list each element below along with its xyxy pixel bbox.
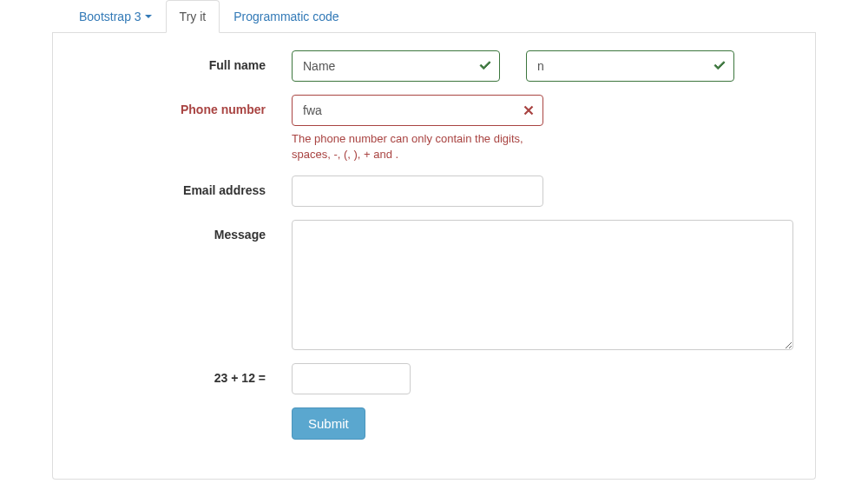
phone-label: Phone number [70,95,279,162]
row-fullname: Full name [70,50,798,82]
fullname-label: Full name [70,50,279,82]
tab-tryit[interactable]: Try it [166,0,220,33]
row-captcha: 23 + 12 = [70,363,798,394]
message-label: Message [70,220,279,350]
fullname-first-input[interactable] [292,50,500,82]
tab-bootstrap-label: Bootstrap 3 [79,10,141,23]
row-phone: Phone number The phone number can only c… [70,95,798,162]
row-message: Message [70,220,798,350]
tab-programmatic-label: Programmatic code [233,10,339,23]
message-textarea[interactable] [292,220,793,350]
fullname-last-input[interactable] [526,50,734,82]
fullname-first-wrap [292,50,500,82]
caret-down-icon [145,15,152,18]
fullname-last-wrap [526,50,734,82]
phone-error-text: The phone number can only contain the di… [292,131,543,162]
nav-tabs: Bootstrap 3 Try it Programmatic code [52,0,816,33]
email-input[interactable] [292,175,543,207]
tab-programmatic[interactable]: Programmatic code [220,0,352,33]
form-panel: Full name [52,33,816,480]
tab-bootstrap-dropdown[interactable]: Bootstrap 3 [65,0,166,33]
email-wrap [292,175,543,207]
row-submit: Submit [70,407,798,440]
phone-wrap [292,95,543,126]
row-email: Email address [70,175,798,207]
captcha-label: 23 + 12 = [70,363,279,394]
captcha-input[interactable] [292,363,411,394]
email-label: Email address [70,175,279,207]
submit-button[interactable]: Submit [292,407,365,440]
phone-input[interactable] [292,95,543,126]
tab-tryit-label: Try it [180,10,207,23]
